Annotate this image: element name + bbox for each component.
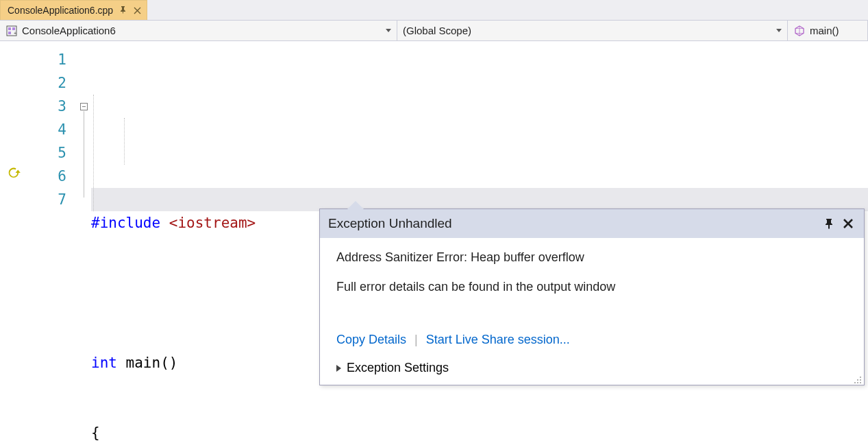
project-dropdown[interactable]: + ConsoleApplication6: [0, 21, 397, 40]
code-line: [91, 281, 868, 305]
code-token: <iostream>: [169, 211, 256, 235]
line-number-gutter: 1 2 3 4 5 6 7: [31, 41, 79, 441]
code-token: int: [91, 351, 117, 374]
line-number: 3: [31, 95, 66, 118]
fold-toggle-icon[interactable]: [80, 103, 88, 110]
chevron-down-icon: [386, 29, 391, 32]
scope-dropdown[interactable]: (Global Scope): [397, 21, 788, 40]
svg-text:+: +: [14, 31, 16, 36]
editor-margin: [0, 41, 31, 441]
code-area[interactable]: #include <iostream> int main() { int* ar…: [91, 41, 868, 441]
code-token: main(): [117, 351, 178, 374]
fold-line: [84, 111, 84, 198]
line-number: 2: [31, 71, 66, 95]
tab-strip: [147, 0, 868, 20]
code-line: int main(): [91, 351, 868, 374]
function-dropdown[interactable]: main(): [788, 21, 868, 40]
code-line: #include <iostream>: [91, 211, 868, 235]
function-icon: [793, 25, 806, 37]
fold-gutter: [79, 41, 91, 441]
line-number: 4: [31, 118, 66, 141]
function-name: main(): [810, 25, 839, 36]
chevron-down-icon: [776, 29, 782, 32]
scope-name: (Global Scope): [403, 25, 471, 36]
line-number: 1: [31, 48, 66, 71]
line-number: 5: [31, 141, 66, 165]
tab-bar: ConsoleApplication6.cpp: [0, 0, 868, 21]
file-tab[interactable]: ConsoleApplication6.cpp: [0, 0, 147, 20]
code-line: {: [91, 421, 868, 441]
nav-bar: + ConsoleApplication6 (Global Scope) mai…: [0, 21, 868, 41]
code-token: {: [91, 421, 100, 441]
close-icon[interactable]: [132, 5, 142, 16]
code-editor[interactable]: 1 2 3 4 5 6 7 #include <iostream> int ma…: [0, 41, 868, 441]
pin-icon[interactable]: [119, 5, 127, 16]
code-token: #include: [91, 211, 169, 235]
indent-guide: [124, 118, 125, 165]
line-number: 7: [31, 188, 66, 211]
line-number: 6: [31, 165, 66, 188]
tab-filename: ConsoleApplication6.cpp: [8, 5, 113, 16]
project-icon: +: [5, 25, 18, 37]
project-name: ConsoleApplication6: [22, 25, 116, 36]
execution-arrow-icon: [7, 166, 22, 183]
